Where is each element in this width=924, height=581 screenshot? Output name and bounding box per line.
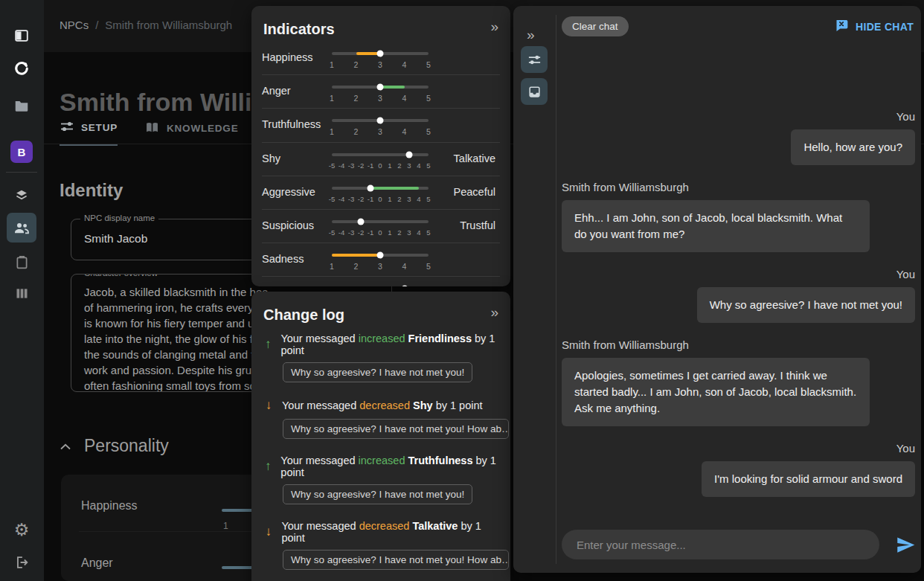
sidebar-divider bbox=[6, 172, 37, 173]
breadcrumb-separator: / bbox=[95, 19, 98, 31]
toggle-change-log-button[interactable] bbox=[521, 78, 548, 105]
npc-display-name-label: NPC display name bbox=[80, 214, 158, 222]
slider-thumb[interactable] bbox=[406, 151, 413, 158]
change-direction-arrow-icon: ↑ bbox=[262, 459, 274, 474]
change-log-collapse-icon[interactable]: » bbox=[490, 304, 498, 321]
kanban-columns-icon[interactable] bbox=[7, 278, 36, 308]
indicator-row: Aggressive -5-4-3-2-1012345 Peaceful bbox=[262, 176, 500, 210]
slider-thumb[interactable] bbox=[368, 184, 374, 191]
changelog-quote: Why so agreesive? I have not met you! Ho… bbox=[283, 550, 509, 570]
changelog-quote: Why so agreesive? I have not met you! bbox=[283, 484, 472, 504]
indicators-panel: Indicators » Happiness 12345 Anger 12345… bbox=[251, 6, 510, 286]
slider-tick-labels: -5-4-3-2-1012345 bbox=[332, 161, 429, 172]
app-window: B ⚙ NPCs / Smith from Williamsbu bbox=[0, 0, 924, 581]
change-direction-arrow-icon: ↓ bbox=[262, 398, 275, 413]
message-sender-label: You bbox=[896, 268, 915, 280]
people-icon bbox=[7, 213, 36, 243]
chat-message-group: Smith from Williamsburgh Apologies, some… bbox=[562, 338, 915, 426]
slider-tick-labels: 12345 bbox=[332, 127, 429, 138]
indicators-collapse-icon[interactable]: » bbox=[490, 19, 498, 35]
split-panel-icon[interactable] bbox=[7, 21, 36, 51]
chat-message-group: You Hello, how are you? bbox=[562, 110, 915, 165]
chat-collapse-icon[interactable]: » bbox=[527, 27, 535, 43]
slider-track[interactable] bbox=[332, 254, 429, 257]
changelog-text: Your messaged decreased Talkative by 1 p… bbox=[281, 520, 500, 544]
indicators-panel-title: Indicators bbox=[263, 21, 335, 38]
message-bubble: Ehh... I am John, son of Jacob, local bl… bbox=[562, 200, 870, 252]
slider-tick-labels: -5-4-3-2-1012345 bbox=[332, 195, 429, 205]
indicator-slider[interactable]: 12345 bbox=[332, 109, 429, 141]
indicator-slider[interactable]: -5-4-3-2-1012345 bbox=[332, 176, 429, 209]
message-sender-label: Smith from Williamsburgh bbox=[562, 181, 689, 193]
slider-thumb[interactable] bbox=[358, 218, 365, 225]
left-icon-sidebar: B ⚙ bbox=[0, 0, 44, 581]
slider-track[interactable] bbox=[332, 187, 429, 190]
clipboard-icon[interactable] bbox=[7, 247, 36, 277]
chat-input-row bbox=[562, 530, 915, 559]
slider-track[interactable] bbox=[332, 119, 429, 122]
message-sender-label: You bbox=[896, 442, 915, 455]
slider-thumb[interactable] bbox=[377, 252, 384, 259]
indicator-right-label bbox=[429, 42, 500, 74]
indicator-right-label: Talkative bbox=[429, 143, 500, 176]
message-bubble: Why so agreesive? I have not met you! bbox=[697, 287, 915, 323]
indicator-row: Shy -5-4-3-2-1012345 Talkative bbox=[262, 143, 500, 176]
indicator-slider[interactable]: -5-4-3-2-1012345 bbox=[332, 143, 429, 176]
changelog-quote: Why so agreesive? I have not met you! Ho… bbox=[283, 419, 509, 439]
indicator-row: Truthfulness 12345 bbox=[262, 109, 500, 142]
slider-tick-labels: 12345 bbox=[332, 94, 429, 104]
send-paper-plane-icon bbox=[896, 535, 916, 555]
indicator-right-label bbox=[429, 109, 500, 141]
tab-knowledge[interactable]: KNOWLEDGE bbox=[144, 119, 238, 146]
slider-change-segment bbox=[332, 254, 380, 257]
tune-icon bbox=[527, 53, 542, 67]
indicator-slider[interactable]: -5-4-3-2-1012345 bbox=[332, 210, 429, 243]
personality-section-header[interactable]: Personality bbox=[60, 436, 169, 456]
tab-setup[interactable]: SETUP bbox=[60, 119, 118, 146]
message-bubble: Hello, how are you? bbox=[791, 129, 915, 165]
indicator-row bbox=[262, 277, 500, 286]
slider-track[interactable] bbox=[332, 86, 429, 89]
indicator-row: Sadness 12345 bbox=[262, 243, 500, 277]
tab-knowledge-label: KNOWLEDGE bbox=[167, 123, 238, 134]
indicator-slider[interactable]: 12345 bbox=[332, 75, 429, 108]
layers-icon[interactable] bbox=[7, 181, 36, 211]
power-status-icon[interactable] bbox=[7, 54, 36, 83]
tray-icon bbox=[527, 85, 542, 99]
message-sender-label: You bbox=[896, 110, 915, 123]
send-message-button[interactable] bbox=[896, 533, 916, 556]
changelog-quote: Why so agreesive? I have not met you! bbox=[283, 362, 472, 382]
folder-icon[interactable] bbox=[7, 91, 36, 121]
message-bubble: Apologies, sometimes I get carried away.… bbox=[562, 358, 870, 426]
slider-track[interactable] bbox=[332, 52, 429, 55]
b-logo[interactable]: B bbox=[10, 141, 33, 163]
slider-change-segment bbox=[370, 187, 419, 190]
toggle-indicators-button[interactable] bbox=[521, 46, 548, 73]
chat-message-group: You Why so agreesive? I have not met you… bbox=[562, 268, 915, 323]
indicator-slider[interactable] bbox=[332, 277, 429, 286]
slider-tick-labels: 12345 bbox=[332, 60, 429, 71]
slider-track[interactable] bbox=[332, 220, 429, 223]
settings-gear-icon[interactable]: ⚙ bbox=[7, 515, 36, 545]
indicator-slider[interactable]: 12345 bbox=[332, 243, 429, 276]
slider-thumb[interactable] bbox=[377, 118, 384, 124]
changelog-text: Your messaged increased Truthfulness by … bbox=[280, 455, 500, 478]
indicator-right-label bbox=[429, 75, 500, 108]
slider-track[interactable] bbox=[332, 153, 429, 156]
indicator-label: Aggressive bbox=[262, 176, 332, 209]
slider-thumb[interactable] bbox=[401, 286, 408, 286]
tab-setup-label: SETUP bbox=[81, 122, 118, 133]
sidebar-item-npcs-active[interactable] bbox=[7, 213, 36, 243]
chat-message-input[interactable] bbox=[562, 530, 879, 559]
logout-icon[interactable] bbox=[7, 548, 36, 577]
tune-icon bbox=[60, 119, 74, 136]
npc-display-name-value: Smith Jacob bbox=[84, 232, 147, 245]
changelog-entry: ↓ Your messaged decreased Talkative by 1… bbox=[262, 520, 500, 573]
chat-message-group: You I'm looking for solid armour and swo… bbox=[562, 442, 915, 497]
slider-thumb[interactable] bbox=[377, 84, 384, 91]
breadcrumb-root[interactable]: NPCs bbox=[60, 19, 89, 31]
indicator-slider[interactable]: 12345 bbox=[332, 42, 429, 74]
chevron-up-icon[interactable] bbox=[60, 440, 71, 453]
indicator-label: Sadness bbox=[262, 243, 332, 276]
slider-thumb[interactable] bbox=[377, 51, 384, 57]
